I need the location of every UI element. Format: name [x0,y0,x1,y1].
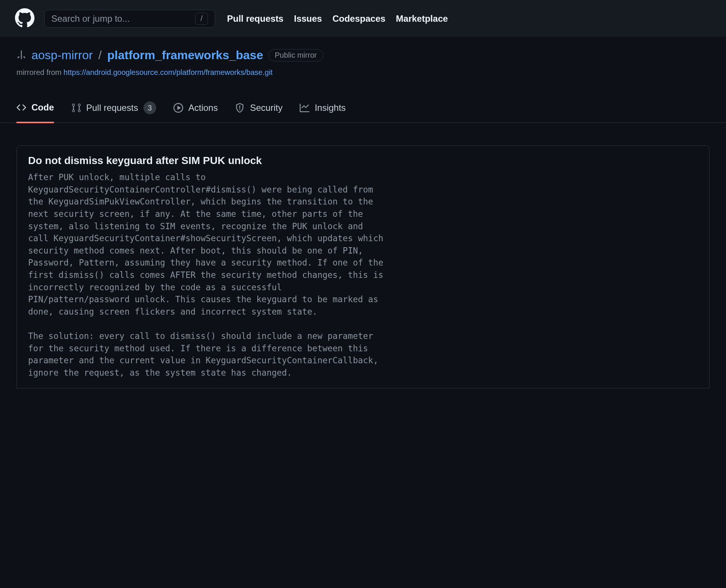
commit-title: Do not dismiss keyguard after SIM PUK un… [28,155,698,167]
search-placeholder: Search or jump to... [51,13,130,24]
graph-icon [300,103,309,113]
repo-name-link[interactable]: platform_frameworks_base [107,48,263,62]
visibility-badge: Public mirror [268,49,323,61]
tab-insights[interactable]: Insights [300,96,346,122]
tab-insights-label: Insights [315,103,346,113]
mirror-icon [16,50,26,61]
github-logo[interactable] [15,8,34,29]
play-icon [173,103,183,113]
global-header: Search or jump to... / Pull requests Iss… [0,0,726,37]
repo-tabs: Code Pull requests 3 Actions Security In… [0,96,726,123]
tab-code[interactable]: Code [16,96,54,123]
commit-details: Do not dismiss keyguard after SIM PUK un… [16,145,710,388]
code-icon [16,103,26,112]
tab-security-label: Security [250,103,282,113]
tab-actions[interactable]: Actions [173,96,218,122]
repo-owner-link[interactable]: aosp-mirror [31,48,93,62]
tab-code-label: Code [31,102,54,113]
nav-issues[interactable]: Issues [294,13,322,24]
nav-codespaces[interactable]: Codespaces [332,13,385,24]
mirror-info: mirrored from https://android.googlesour… [16,68,710,77]
tab-pull-requests[interactable]: Pull requests 3 [71,96,156,122]
mirror-prefix: mirrored from [16,68,64,76]
pull-request-icon [71,103,81,113]
nav-pull-requests[interactable]: Pull requests [227,13,284,24]
commit-body: After PUK unlock, multiple calls to Keyg… [28,171,698,379]
repo-title-row: aosp-mirror / platform_frameworks_base P… [16,48,710,62]
shield-icon [235,103,245,113]
tab-actions-label: Actions [188,103,218,113]
global-nav: Pull requests Issues Codespaces Marketpl… [227,13,448,24]
tab-pulls-label: Pull requests [86,103,138,113]
repo-slash: / [98,48,102,62]
mirror-url-link[interactable]: https://android.googlesource.com/platfor… [64,68,273,76]
nav-marketplace[interactable]: Marketplace [396,13,448,24]
pulls-counter: 3 [143,101,156,114]
tab-security[interactable]: Security [235,96,282,122]
search-hotkey: / [195,13,208,25]
repo-title: aosp-mirror / platform_frameworks_base [31,48,263,62]
repo-header: aosp-mirror / platform_frameworks_base P… [0,37,726,77]
search-input[interactable]: Search or jump to... / [44,10,215,28]
